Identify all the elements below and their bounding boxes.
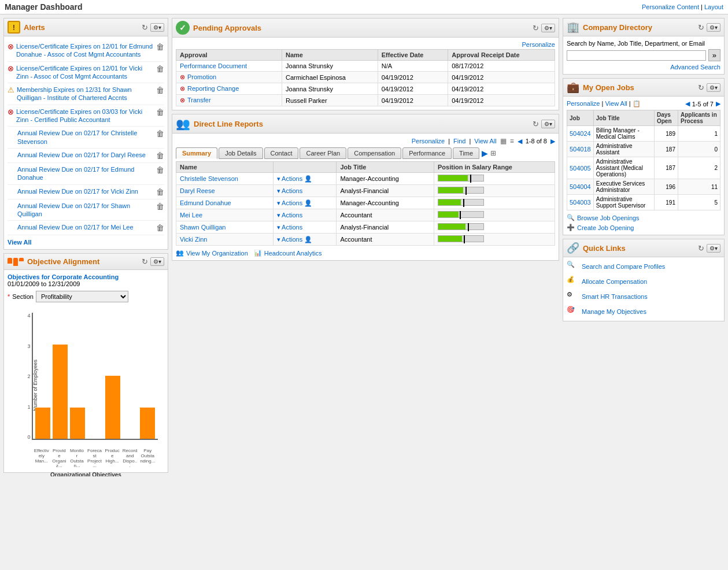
alert-link[interactable]: License/Certificate Expires on 12/01 for…	[16, 64, 154, 81]
alert-link[interactable]: Annual Review Due on 02/17 for Christell…	[17, 129, 154, 146]
actions-dropdown[interactable]: ▾ Actions	[277, 187, 303, 194]
dlr-panel-header: 👥 Direct Line Reports ↻ ⚙▾	[172, 114, 559, 134]
delete-icon[interactable]: 🗑	[156, 86, 164, 95]
job-link[interactable]: 504018	[570, 146, 591, 153]
alert-link[interactable]: License/Certificate Expires on 03/03 for…	[16, 108, 154, 124]
personalize-content-link[interactable]: Personalize Content	[642, 3, 699, 10]
dlr-cell-salary	[434, 209, 555, 221]
employee-name-link[interactable]: Mei Lee	[180, 212, 202, 219]
tab-nav-right[interactable]: ▶	[482, 149, 488, 158]
ql-link-1[interactable]: Allocate Compensation	[582, 278, 647, 285]
ql-link-3[interactable]: Manage My Objectives	[582, 308, 646, 315]
chart-bar	[53, 345, 68, 439]
actions-dropdown[interactable]: ▾ Actions	[277, 224, 303, 231]
delete-icon[interactable]: 🗑	[156, 187, 164, 197]
tab-summary[interactable]: Summary	[176, 147, 217, 159]
cd-search-input[interactable]	[567, 50, 706, 61]
headcount-analytics-link[interactable]: 📊 Headcount Analytics	[254, 249, 322, 257]
actions-dropdown[interactable]: ▾ Actions	[277, 199, 303, 206]
moj-options-button[interactable]: ⚙▾	[707, 83, 720, 92]
moj-viewall-link[interactable]: View All	[605, 100, 627, 107]
view-my-org-link[interactable]: 👥 View My Organization	[176, 249, 248, 257]
browse-jobs-icon: 🔍	[567, 214, 575, 221]
ql-options-button[interactable]: ⚙▾	[707, 244, 720, 253]
delete-icon[interactable]: 🗑	[156, 42, 164, 51]
dlr-options-button[interactable]: ⚙▾	[541, 120, 555, 128]
actions-dropdown[interactable]: ▾ Actions	[277, 212, 303, 219]
cd-search-button[interactable]: »	[708, 49, 720, 61]
chart-bar	[35, 408, 50, 439]
delete-icon[interactable]: 🗑	[156, 108, 164, 117]
oa-options-button[interactable]: ⚙▾	[150, 257, 164, 266]
job-link[interactable]: 504024	[570, 130, 591, 137]
approval-link[interactable]: Performance Document	[180, 62, 247, 69]
delete-icon[interactable]: 🗑	[156, 223, 164, 232]
approval-link[interactable]: Promotion	[187, 73, 216, 80]
dlr-personalize-link[interactable]: Personalize	[412, 138, 445, 145]
approval-link[interactable]: Reporting Change	[187, 85, 239, 92]
job-link[interactable]: 504004	[570, 183, 591, 190]
dlr-find-link[interactable]: Find	[453, 138, 465, 145]
cd-advanced-search-link[interactable]: Advanced Search	[567, 64, 720, 71]
alert-link[interactable]: Annual Review Due on 02/17 for Edmund Do…	[17, 165, 154, 182]
tab-contact[interactable]: Contact	[264, 147, 299, 159]
moj-export-icon[interactable]: 📋	[633, 100, 641, 107]
ql-refresh-icon[interactable]: ↻	[698, 244, 704, 253]
pa-refresh-icon[interactable]: ↻	[533, 24, 539, 32]
moj-refresh-icon[interactable]: ↻	[698, 83, 704, 92]
alert-link[interactable]: License/Certificate Expires on 12/01 for…	[16, 42, 154, 59]
create-job-link[interactable]: ➕ Create Job Opening	[567, 224, 720, 231]
tab-job-details[interactable]: Job Details	[219, 147, 263, 159]
approval-link[interactable]: Transfer	[187, 97, 211, 103]
delete-icon[interactable]: 🗑	[156, 165, 164, 175]
employee-name-link[interactable]: Christelle Stevenson	[180, 175, 238, 182]
alert-link[interactable]: Membership Expires on 12/31 for Shawn Qu…	[17, 86, 154, 102]
employee-name-link[interactable]: Daryl Reese	[180, 187, 215, 194]
actions-dropdown[interactable]: ▾ Actions	[277, 236, 303, 243]
dlr-next-icon[interactable]: ▶	[550, 138, 555, 145]
pa-table-body: Performance DocumentJoanna StrunskyN/A08…	[176, 61, 555, 106]
job-link[interactable]: 504005	[570, 165, 591, 172]
oa-section-select[interactable]: Profitability	[36, 291, 128, 302]
salary-bar-container	[438, 223, 484, 230]
alert-link[interactable]: Annual Review Due on 02/17 for Mei Lee	[17, 223, 154, 231]
moj-next-icon[interactable]: ▶	[716, 100, 720, 108]
job-link[interactable]: 504003	[570, 199, 591, 206]
view-all-link[interactable]: View All	[8, 239, 164, 246]
pa-options-button[interactable]: ⚙▾	[541, 24, 555, 32]
dlr-viewall-link[interactable]: View All	[474, 138, 496, 145]
browse-jobs-link[interactable]: 🔍 Browse Job Openings	[567, 214, 720, 221]
error-icon: ⊗	[8, 108, 14, 116]
cd-refresh-icon[interactable]: ↻	[698, 23, 704, 32]
ql-link-2[interactable]: Smart HR Transactions	[582, 293, 648, 300]
employee-name-link[interactable]: Shawn Quilligan	[180, 224, 226, 231]
ql-link-0[interactable]: Search and Compare Profiles	[582, 263, 665, 270]
pa-personalize-link[interactable]: Personalize	[522, 41, 555, 48]
chart-x-label: Monitor Outstan...	[69, 449, 85, 469]
employee-name-link[interactable]: Vicki Zinn	[180, 236, 207, 243]
dlr-refresh-icon[interactable]: ↻	[533, 120, 539, 128]
alert-item: Annual Review Due on 02/17 for Edmund Do…	[8, 163, 164, 185]
alerts-refresh-icon[interactable]: ↻	[142, 23, 148, 32]
cd-options-button[interactable]: ⚙▾	[707, 23, 720, 32]
actions-dropdown[interactable]: ▾ Actions	[277, 175, 303, 182]
tab-performance[interactable]: Performance	[402, 147, 452, 159]
layout-link[interactable]: Layout	[704, 3, 723, 10]
moj-prev-icon[interactable]: ◀	[685, 100, 690, 108]
delete-icon[interactable]: 🗑	[156, 129, 164, 138]
alert-link[interactable]: Annual Review Due on 02/17 for Shawn Qui…	[17, 202, 154, 219]
tab-compensation[interactable]: Compensation	[348, 147, 401, 159]
delete-icon[interactable]: 🗑	[156, 202, 164, 211]
tab-time[interactable]: Time	[453, 147, 479, 159]
alert-link[interactable]: Annual Review Due on 02/17 for Vicki Zin…	[17, 187, 154, 195]
alerts-options-button[interactable]: ⚙▾	[150, 23, 164, 32]
oa-refresh-icon[interactable]: ↻	[142, 257, 148, 266]
tab-career-plan[interactable]: Career Plan	[300, 147, 346, 159]
delete-icon[interactable]: 🗑	[156, 64, 164, 73]
delete-icon[interactable]: 🗑	[156, 151, 164, 160]
dlr-prev-icon[interactable]: ◀	[518, 138, 522, 145]
employee-name-link[interactable]: Edmund Donahue	[180, 199, 231, 206]
tab-expand-icon[interactable]: ⊞	[490, 149, 496, 157]
moj-personalize-link[interactable]: Personalize	[567, 100, 600, 107]
alert-link[interactable]: Annual Review Due on 02/17 for Daryl Ree…	[17, 151, 154, 159]
